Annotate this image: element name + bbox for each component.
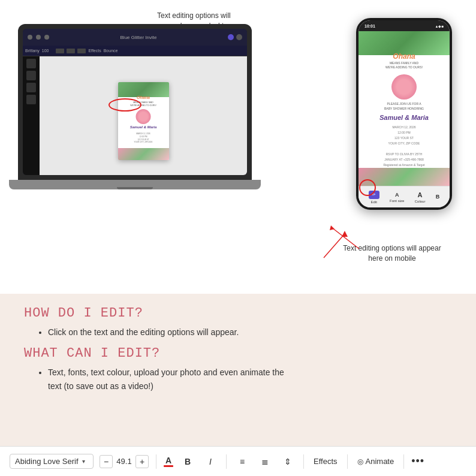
toolbar-divider-4 — [347, 454, 348, 469]
toolbar-dot-2 — [36, 35, 41, 40]
what-bullet-1: Text, fonts, text colour, upload your ph… — [48, 366, 452, 393]
phone-please: PLEASE JOIN US FOR ABABY SHOWER HONORING — [358, 102, 450, 111]
phone-character — [391, 74, 417, 100]
font-size-value: 49.1 — [115, 457, 133, 466]
phone-time: 10:01 — [364, 24, 375, 28]
top-section: Text editing options will appear here on… — [0, 0, 476, 294]
text-color-a-label: A — [165, 456, 171, 465]
phone-bottom-flowers — [358, 168, 450, 186]
spacing-button[interactable]: ⇕ — [279, 453, 296, 470]
card-ohana: Ohana — [118, 95, 169, 100]
what-heading: What Can I Edit? — [24, 346, 452, 361]
phone-status-bar: 10:01 ▲◆■ — [358, 20, 450, 31]
laptop-body: Blue Glitter Invite Brittany 100 Effects — [18, 24, 252, 180]
list-icon: ≣ — [261, 457, 269, 466]
phone-colour-label: Colour — [415, 200, 426, 203]
phone-event-details: MARCH 12, 202612:00 PM123 YOUR STYOUR CI… — [358, 125, 450, 168]
svg-marker-2 — [342, 231, 348, 237]
laptop-screen: Blue Glitter Invite Brittany 100 Effects — [23, 29, 247, 175]
phone-ohana: Ohana — [358, 52, 450, 61]
font-selector[interactable]: Abiding Love Serif ▾ — [10, 454, 94, 469]
what-list: Text, fonts, text colour, upload your ph… — [24, 366, 452, 393]
laptop-base — [9, 180, 261, 189]
toolbar-divider-3 — [303, 454, 304, 469]
font-toolbar-row: Brittany 100 Effects Bounce — [23, 46, 247, 56]
canva-sidebar — [23, 56, 40, 175]
font-size-control: − 49.1 + — [100, 455, 149, 468]
bottom-toolbar: Abiding Love Serif ▾ − 49.1 + A B I ≡ — [0, 446, 476, 476]
align-icon: ≡ — [240, 457, 245, 466]
phone-screen: 10:01 ▲◆■ Ohana MEANS FAMILY ANDWE'RE AD… — [358, 20, 450, 207]
text-color-bar — [164, 465, 173, 467]
pencil-icon: ✏ — [372, 192, 376, 197]
bold-icon: B — [185, 457, 191, 466]
phone-names: Samuel & Maria — [358, 114, 450, 121]
animate-label: Animate — [366, 457, 394, 466]
canva-toolbar-title: Blue Glitter Invite — [53, 35, 224, 40]
italic-button[interactable]: I — [202, 453, 219, 470]
align-button[interactable]: ≡ — [234, 453, 251, 470]
font-size-minus-button[interactable]: − — [100, 455, 113, 468]
card-character — [136, 109, 151, 124]
phone-fontsize-icon: A — [395, 192, 399, 198]
how-list: Click on the text and the editing option… — [24, 326, 452, 339]
phone-bottom-toolbar: ✏ Edit A Font size A Colour — [358, 186, 450, 207]
sidebar-icon-2 — [26, 71, 36, 80]
phone-tool-bold[interactable]: B — [436, 194, 440, 201]
phone-colour-icon: A — [418, 191, 423, 198]
sidebar-icon-1 — [26, 59, 36, 68]
how-heading: How Do I Edit? — [24, 306, 452, 321]
italic-icon: I — [209, 457, 212, 466]
phone-card-top-leaves — [358, 31, 450, 55]
toolbar-dot-3 — [44, 35, 49, 40]
phone-fontsize-label: Font size — [390, 199, 404, 203]
invitation-card-desktop: Ohana MEANS FAMILY ANDWE'RE ADDING TO OU… — [118, 82, 169, 160]
how-bullet-1: Click on the text and the editing option… — [48, 326, 452, 339]
phone-tool-edit[interactable]: ✏ Edit — [369, 191, 379, 204]
toolbar-dot-1 — [28, 35, 32, 40]
bottom-section: How Do I Edit? Click on the text and the… — [0, 294, 476, 476]
list-button[interactable]: ≣ — [257, 453, 273, 470]
sidebar-icon-3 — [26, 83, 36, 92]
canva-content: Ohana MEANS FAMILY ANDWE'RE ADDING TO OU… — [40, 56, 247, 175]
phone-body: 10:01 ▲◆■ Ohana MEANS FAMILY ANDWE'RE AD… — [356, 18, 452, 210]
sidebar-icon-4 — [26, 95, 36, 104]
annotation-mobile: Text editing options will appear here on… — [338, 243, 446, 264]
more-options-button[interactable]: ••• — [411, 455, 424, 468]
animate-icon: ◎ — [357, 457, 363, 466]
phone-card-content: Ohana MEANS FAMILY ANDWE'RE ADDING TO OU… — [358, 31, 450, 186]
svg-marker-4 — [330, 225, 335, 230]
phone-tool-fontsize[interactable]: A Font size — [390, 192, 404, 203]
card-subtitle: MEANS FAMILY ANDWE'RE ADDING TO OURS! — [118, 101, 169, 107]
spacing-icon: ⇕ — [284, 457, 291, 466]
effects-button[interactable]: Effects — [311, 456, 340, 467]
phone-bold-icon: B — [436, 194, 440, 200]
text-color-button[interactable]: A — [164, 456, 173, 467]
phone-ohana-sub: MEANS FAMILY ANDWE'RE ADDING TO OURS! — [358, 61, 450, 70]
card-bottom-flowers — [118, 148, 169, 160]
canva-toolbar: Blue Glitter Invite — [23, 29, 247, 46]
font-name: Abiding Love Serif — [15, 457, 79, 466]
toolbar-divider-2 — [226, 454, 227, 469]
annotation-mobile-text: Text editing options will appear here on… — [338, 243, 446, 264]
toolbar-divider-5 — [403, 454, 404, 469]
chevron-down-icon: ▾ — [82, 458, 85, 465]
phone-mockup: 10:01 ▲◆■ Ohana MEANS FAMILY ANDWE'RE AD… — [356, 18, 452, 222]
phone-tool-colour[interactable]: A Colour — [415, 191, 426, 203]
phone-edit-icon: ✏ — [369, 191, 379, 199]
animate-button[interactable]: ◎ Animate — [355, 456, 397, 467]
toolbar-divider-1 — [156, 454, 156, 469]
phone-status-icons: ▲◆■ — [435, 24, 444, 28]
font-size-plus-button[interactable]: + — [135, 455, 149, 468]
canva-main: Ohana MEANS FAMILY ANDWE'RE ADDING TO OU… — [23, 56, 247, 175]
bold-button[interactable]: B — [179, 453, 196, 470]
laptop-mockup: Blue Glitter Invite Brittany 100 Effects — [18, 24, 252, 198]
card-details: MARCH 12, 202612:00 PM123 YOUR STYOUR CI… — [118, 132, 169, 144]
phone-edit-label: Edit — [371, 200, 377, 204]
card-names: Samuel & Maria — [118, 125, 169, 129]
